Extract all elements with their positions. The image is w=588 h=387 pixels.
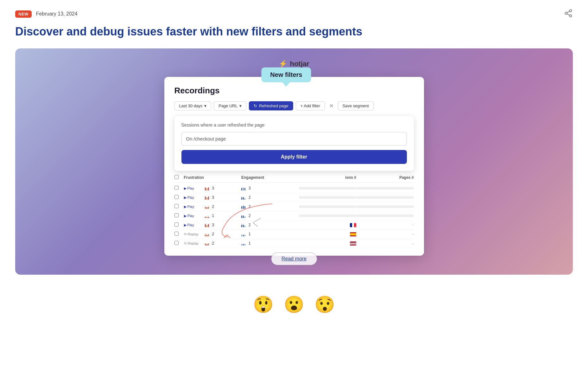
engagement-bars	[241, 195, 245, 200]
header-left: NEW February 13, 2024	[15, 10, 78, 18]
recordings-table: Frustration Engagement ions # Pages # ▶ …	[174, 175, 414, 248]
row-checkbox[interactable]	[174, 241, 179, 245]
refresh-icon: ↻	[254, 103, 257, 108]
add-filter-button[interactable]: + Add filter	[296, 101, 325, 110]
frustration-bars	[205, 186, 209, 190]
read-more-container: Read more	[271, 253, 317, 265]
checkbox-col	[174, 175, 184, 180]
play-button[interactable]: ▶ Play	[184, 186, 203, 190]
svg-line-3	[567, 14, 570, 16]
engagement-bars	[241, 241, 245, 246]
row-checkbox[interactable]	[174, 222, 179, 227]
new-badge: NEW	[15, 10, 32, 18]
svg-point-0	[570, 9, 572, 12]
refreshed-page-filter[interactable]: ↻ Refreshed page	[249, 101, 293, 110]
table-row: ▶ Play 3	[174, 184, 414, 193]
emoji-open-mouth: 😮	[284, 295, 304, 314]
filter-bar: Last 30 days ▾ Page URL ▾ ↻ Refreshed pa…	[174, 101, 414, 110]
page-wrapper: NEW February 13, 2024 Discover and debug…	[0, 0, 588, 327]
row-checkbox[interactable]	[174, 186, 179, 190]
flag-usa	[350, 241, 356, 246]
svg-point-2	[570, 15, 572, 17]
row-checkbox[interactable]	[174, 195, 179, 199]
replay-button[interactable]: ↻ Replay	[184, 241, 203, 246]
frustration-bars	[205, 214, 209, 218]
frustration-bars	[205, 223, 209, 227]
frustration-bars	[205, 241, 209, 246]
date-text: February 13, 2024	[36, 11, 78, 17]
hotjar-logo: ⚡ hotjar	[28, 60, 560, 68]
flag-spain	[350, 232, 356, 236]
row-checkbox[interactable]	[174, 232, 179, 236]
table-row: ▶ Play 1	[174, 211, 414, 221]
play-button[interactable]: ▶ Play	[184, 196, 203, 200]
engagement-bars	[241, 232, 245, 236]
svg-line-4	[567, 11, 570, 13]
play-button[interactable]: ▶ Play	[184, 223, 203, 227]
pages-col-header: Pages #	[356, 175, 414, 180]
emoji-surprised: 😲	[253, 295, 274, 314]
play-button[interactable]: ▶ Play	[184, 214, 203, 218]
table-header: Frustration Engagement ions # Pages #	[174, 175, 414, 183]
frustration-col-header: Frustration	[184, 175, 242, 180]
chevron-down-icon: ▾	[239, 103, 242, 108]
table-row: ↻ Replay 2	[174, 230, 414, 239]
emoji-row: 😲 😮 😯	[15, 290, 573, 314]
mock-ui-card: New filters Recordings Last 30 days ▾ Pa…	[164, 77, 424, 256]
engagement-bars	[241, 204, 245, 209]
table-row: ▶ Play 3	[174, 193, 414, 202]
save-segment-button[interactable]: Save segment	[338, 101, 374, 110]
header-row: NEW February 13, 2024	[15, 9, 573, 19]
row-checkbox[interactable]	[174, 204, 179, 208]
table-row: ↻ Replay 2	[174, 239, 414, 248]
checkout-page-input[interactable]	[181, 132, 407, 146]
apply-filter-button[interactable]: Apply filter	[181, 150, 407, 164]
tooltip-bubble: New filters	[261, 67, 311, 82]
popup-title: Sessions where a user refreshed the page	[181, 122, 407, 128]
engagement-bars	[241, 223, 245, 227]
recordings-title: Recordings	[174, 86, 414, 96]
frustration-bars	[205, 232, 209, 236]
play-button[interactable]: ▶ Play	[184, 205, 203, 209]
replay-button[interactable]: ↻ Replay	[184, 232, 203, 236]
hotjar-brand-name: hotjar	[290, 60, 309, 68]
frustration-bars	[205, 204, 209, 209]
table-row: ▶ Play 2	[174, 202, 414, 211]
table-row: ▶ Play 3	[174, 221, 414, 230]
flag-france	[350, 223, 356, 227]
sessions-col-header: ions #	[299, 175, 357, 180]
engagement-bars	[241, 186, 245, 190]
emoji-hushed: 😯	[314, 295, 335, 314]
read-more-button[interactable]: Read more	[271, 253, 317, 265]
svg-point-1	[565, 12, 567, 15]
share-button[interactable]	[564, 9, 573, 19]
engagement-col-header: Engagement	[241, 175, 299, 180]
row-checkbox[interactable]	[174, 213, 179, 217]
select-all-checkbox[interactable]	[174, 175, 179, 179]
page-url-filter[interactable]: Page URL ▾	[214, 101, 246, 110]
hotjar-icon: ⚡	[279, 60, 287, 68]
filter-popup-panel: Sessions where a user refreshed the page…	[174, 116, 414, 171]
engagement-bars	[241, 214, 245, 218]
card-inner: Recordings Last 30 days ▾ Page URL ▾ ↻ R…	[164, 77, 424, 256]
date-range-filter[interactable]: Last 30 days ▾	[174, 101, 212, 110]
hero-banner: ⚡ hotjar New filters Recordings Last 30 …	[15, 48, 573, 275]
frustration-bars	[205, 195, 209, 200]
page-title: Discover and debug issues faster with ne…	[15, 25, 573, 38]
chevron-down-icon: ▾	[204, 103, 206, 108]
clear-filter-button[interactable]: ✕	[327, 102, 335, 110]
